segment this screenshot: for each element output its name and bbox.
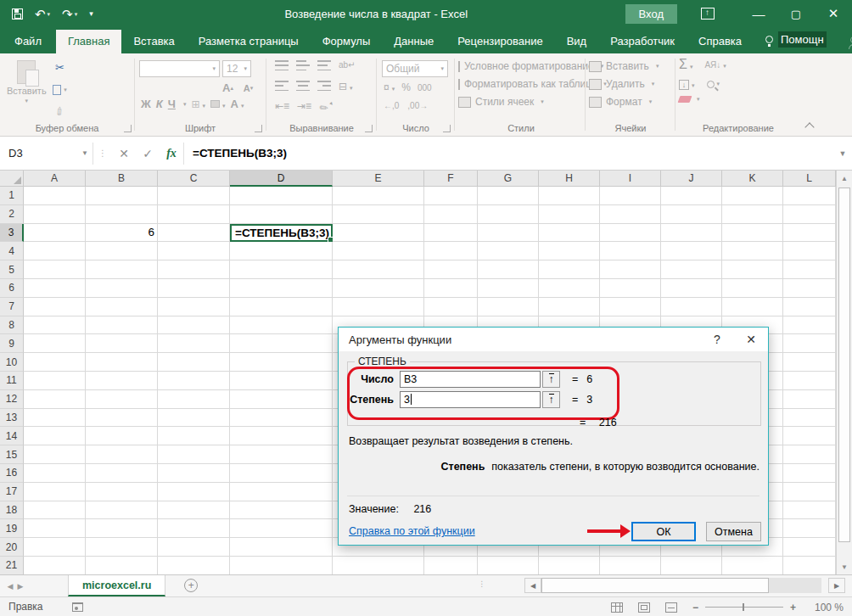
collapse-ribbon-icon[interactable]: [804, 122, 814, 132]
orientation-button[interactable]: ✎▾: [317, 97, 336, 115]
cell-L5[interactable]: [783, 260, 836, 279]
cell-D20[interactable]: [230, 538, 333, 557]
paste-button[interactable]: Вставить ▾: [7, 55, 47, 104]
cell-K3[interactable]: [722, 224, 783, 243]
cell-F5[interactable]: [424, 260, 478, 279]
cell-E21[interactable]: [333, 557, 424, 574]
cell-D14[interactable]: [230, 427, 333, 445]
cell-A4[interactable]: [24, 242, 86, 260]
cell-K7[interactable]: [722, 298, 783, 316]
cell-J7[interactable]: [661, 298, 722, 316]
cell-A10[interactable]: [24, 353, 86, 372]
cell-C12[interactable]: [158, 390, 230, 409]
cell-A16[interactable]: [24, 464, 86, 483]
row-header-8[interactable]: 8: [0, 316, 24, 335]
clear-button[interactable]: ▾: [679, 96, 700, 103]
cell-B4[interactable]: [86, 242, 158, 260]
align-middle-button[interactable]: [296, 60, 310, 70]
cell-E7[interactable]: [333, 298, 424, 316]
cell-C10[interactable]: [158, 353, 230, 372]
expand-formula-bar-icon[interactable]: ▼: [833, 149, 852, 158]
row-header-20[interactable]: 20: [0, 538, 24, 557]
row-header-21[interactable]: 21: [0, 557, 24, 574]
underline-button[interactable]: Ч: [168, 98, 176, 110]
cell-F21[interactable]: [424, 557, 478, 574]
cell-A12[interactable]: [24, 390, 86, 409]
decrease-indent-button[interactable]: ⇤≡: [275, 100, 289, 112]
cell-A9[interactable]: [24, 334, 86, 353]
cell-E2[interactable]: [333, 205, 424, 224]
cell-D6[interactable]: [230, 279, 333, 298]
enter-entry-button[interactable]: ✓: [136, 143, 160, 165]
cell-I4[interactable]: [600, 242, 661, 260]
cell-C7[interactable]: [158, 298, 230, 316]
font-color-button[interactable]: А▾: [231, 98, 244, 110]
cell-L16[interactable]: [783, 464, 836, 483]
cell-A14[interactable]: [24, 427, 86, 445]
fill-color-button[interactable]: ▾: [210, 98, 226, 110]
cell-B5[interactable]: [86, 260, 158, 279]
cell-C15[interactable]: [158, 445, 230, 464]
cell-B15[interactable]: [86, 445, 158, 464]
fill-button[interactable]: ↓▾: [679, 78, 695, 90]
percent-style-button[interactable]: %: [401, 81, 411, 93]
cell-I3[interactable]: [600, 224, 661, 243]
column-header-F[interactable]: F: [424, 171, 478, 187]
cell-C4[interactable]: [158, 242, 230, 260]
cell-E1[interactable]: [333, 187, 424, 205]
cell-L4[interactable]: [783, 242, 836, 260]
cell-B1[interactable]: [86, 187, 158, 205]
number-format-combo[interactable]: Общий▾: [382, 60, 448, 77]
collapse-dialog-button[interactable]: ↑: [542, 371, 560, 388]
cell-D5[interactable]: [230, 260, 333, 279]
cell-H6[interactable]: [539, 279, 600, 298]
align-center-button[interactable]: [296, 81, 310, 91]
cell-J21[interactable]: [661, 557, 722, 574]
cell-D7[interactable]: [230, 298, 333, 316]
cell-B2[interactable]: [86, 205, 158, 224]
tab-помощн[interactable]: Помощн: [754, 26, 838, 53]
column-header-C[interactable]: C: [158, 171, 230, 187]
cell-J3[interactable]: [661, 224, 722, 243]
number-dialog-launcher-icon[interactable]: [443, 125, 451, 132]
cell-C9[interactable]: [158, 334, 230, 353]
cell-I6[interactable]: [600, 279, 661, 298]
cell-G7[interactable]: [478, 298, 539, 316]
column-header-L[interactable]: L: [783, 171, 836, 187]
cell-G3[interactable]: [478, 224, 539, 243]
shrink-font-button[interactable]: А▾: [241, 81, 255, 95]
cell-I2[interactable]: [600, 205, 661, 224]
cell-B9[interactable]: [86, 334, 158, 353]
insert-cells-button[interactable]: Вставить▾: [589, 60, 672, 72]
cell-H5[interactable]: [539, 260, 600, 279]
function-help-link[interactable]: Справка по этой функции: [349, 525, 475, 537]
cell-L17[interactable]: [783, 483, 836, 501]
cell-H4[interactable]: [539, 242, 600, 260]
cell-E4[interactable]: [333, 242, 424, 260]
collapse-dialog-button[interactable]: ↑: [542, 391, 560, 408]
cell-K4[interactable]: [722, 242, 783, 260]
cell-D16[interactable]: [230, 464, 333, 483]
vertical-scroll-thumb[interactable]: [838, 188, 850, 542]
cell-L1[interactable]: [783, 187, 836, 205]
horizontal-scroll-thumb[interactable]: [541, 578, 769, 593]
power-argument-input[interactable]: 3: [400, 391, 541, 408]
new-sheet-button[interactable]: +: [184, 579, 198, 592]
cell-C18[interactable]: [158, 501, 230, 520]
cell-C5[interactable]: [158, 260, 230, 279]
row-header-18[interactable]: 18: [0, 501, 24, 520]
cell-D2[interactable]: [230, 205, 333, 224]
cell-E6[interactable]: [333, 279, 424, 298]
page-break-view-icon[interactable]: [665, 602, 677, 613]
cell-J2[interactable]: [661, 205, 722, 224]
tab-данные[interactable]: Данные: [382, 30, 446, 53]
cell-C13[interactable]: [158, 409, 230, 428]
cell-F3[interactable]: [424, 224, 478, 243]
cell-A8[interactable]: [24, 316, 86, 335]
accounting-format-button[interactable]: ¤▾: [384, 81, 395, 93]
cell-C17[interactable]: [158, 483, 230, 501]
align-top-button[interactable]: [275, 60, 289, 70]
cell-B7[interactable]: [86, 298, 158, 316]
cell-L3[interactable]: [783, 224, 836, 243]
cell-D19[interactable]: [230, 519, 333, 538]
